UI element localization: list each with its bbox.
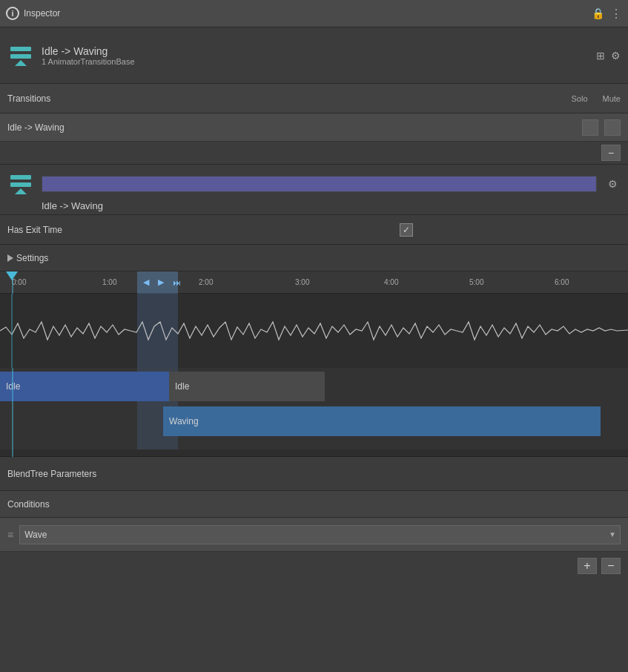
tick-6: 6:00 bbox=[555, 278, 569, 286]
svg-rect-6 bbox=[0, 294, 628, 368]
idle-label-2: Idle bbox=[175, 381, 189, 392]
svg-marker-5 bbox=[15, 188, 27, 194]
middle-progress-container bbox=[42, 176, 597, 192]
svg-marker-2 bbox=[15, 60, 27, 66]
middle-transition-icon bbox=[7, 171, 34, 197]
transition-title: Idle -> Waving bbox=[42, 45, 135, 57]
transition-row-right bbox=[582, 119, 621, 136]
exit-time-row: Has Exit Time ✓ bbox=[0, 215, 628, 245]
solo-header-label: Solo bbox=[572, 94, 588, 103]
mute-header-label: Mute bbox=[603, 94, 621, 103]
header-right: 🔒 ⋮ bbox=[592, 7, 622, 21]
middle-transition-label: Idle -> Waving bbox=[7, 197, 621, 211]
transition-info: Idle -> Waving 1 AnimatorTransitionBase bbox=[42, 45, 135, 66]
exit-time-label: Has Exit Time bbox=[7, 225, 62, 235]
idle-bar-1[interactable]: Idle bbox=[0, 372, 171, 401]
anim-bar-row-1: Idle Idle bbox=[0, 368, 628, 405]
menu-icon[interactable]: ⋮ bbox=[610, 7, 622, 21]
condition-select-wrapper: Wave ▼ bbox=[19, 525, 621, 544]
timeline-ruler: 0:00 1:00 ◀ ▶ ⏭ 2:00 3:00 4:00 5:00 6:00 bbox=[0, 271, 628, 294]
progress-bar bbox=[42, 176, 597, 192]
tick-3: 3:00 bbox=[295, 278, 309, 286]
idle-bar-2[interactable]: Idle bbox=[169, 372, 325, 401]
inspector-title: Inspector bbox=[24, 8, 60, 19]
mute-checkbox[interactable] bbox=[604, 119, 621, 136]
timeline-section: 0:00 1:00 ◀ ▶ ⏭ 2:00 3:00 4:00 5:00 6:00 bbox=[0, 271, 628, 457]
top-section-right: ⊞ ⚙ bbox=[596, 50, 621, 62]
svg-rect-4 bbox=[10, 182, 31, 187]
transition-region-highlight bbox=[137, 271, 178, 294]
svg-rect-1 bbox=[10, 54, 31, 59]
adjust-icon[interactable]: ⊞ bbox=[596, 50, 605, 62]
middle-section: ⚙ Idle -> Waving bbox=[0, 165, 628, 215]
anim-bars-area: Idle Idle Waving bbox=[0, 368, 628, 449]
inspector-header: i Inspector 🔒 ⋮ bbox=[0, 0, 628, 27]
inspector-icon: i bbox=[6, 7, 19, 20]
transition-row-label: Idle -> Waving bbox=[7, 122, 65, 133]
svg-rect-3 bbox=[10, 175, 31, 179]
header-left: i Inspector bbox=[6, 7, 60, 20]
transitions-header-right: Solo Mute bbox=[572, 94, 621, 103]
settings-icon[interactable]: ⚙ bbox=[611, 50, 621, 62]
waveform-svg bbox=[0, 294, 628, 368]
condition-row: ≡ Wave ▼ bbox=[0, 518, 628, 552]
waving-bar[interactable]: Waving bbox=[163, 406, 601, 436]
playhead[interactable] bbox=[6, 271, 18, 280]
add-remove-row: + − bbox=[0, 552, 628, 580]
add-condition-button[interactable]: + bbox=[578, 558, 597, 574]
progress-bar-fill bbox=[42, 177, 596, 191]
top-section: Idle -> Waving 1 AnimatorTransitionBase … bbox=[0, 27, 628, 84]
tick-2: 2:00 bbox=[199, 278, 213, 286]
conditions-section-header: Conditions bbox=[0, 491, 628, 518]
remove-condition-button[interactable]: − bbox=[601, 558, 621, 574]
settings-collapse-icon bbox=[7, 254, 13, 262]
tick-4: 4:00 bbox=[384, 278, 398, 286]
condition-select[interactable]: Wave bbox=[19, 525, 621, 544]
solo-checkbox[interactable] bbox=[582, 119, 598, 136]
svg-rect-0 bbox=[10, 47, 31, 51]
lock-icon[interactable]: 🔒 bbox=[592, 7, 604, 19]
tick-1: 1:00 bbox=[102, 278, 116, 286]
remove-row: − bbox=[0, 142, 628, 165]
playhead-bar-line bbox=[12, 368, 13, 449]
conditions-label: Conditions bbox=[7, 499, 50, 510]
waving-label: Waving bbox=[169, 416, 199, 426]
transitions-label: Transitions bbox=[7, 93, 50, 104]
has-exit-time-checkbox[interactable]: ✓ bbox=[400, 223, 413, 237]
blendtree-label: BlendTree Parameters bbox=[7, 469, 96, 479]
middle-gear-button[interactable]: ⚙ bbox=[604, 176, 621, 192]
remove-transition-button[interactable]: − bbox=[601, 145, 621, 161]
settings-label: Settings bbox=[16, 253, 48, 263]
waveform-area bbox=[0, 294, 628, 368]
transition-arrow-icon bbox=[7, 42, 34, 69]
transitions-section-header: Transitions Solo Mute bbox=[0, 84, 628, 113]
transition-row[interactable]: Idle -> Waving bbox=[0, 113, 628, 142]
top-section-left: Idle -> Waving 1 AnimatorTransitionBase bbox=[7, 42, 135, 69]
settings-row[interactable]: Settings bbox=[0, 245, 628, 271]
transition-subtitle: 1 AnimatorTransitionBase bbox=[42, 57, 135, 66]
condition-drag-handle[interactable]: ≡ bbox=[7, 529, 13, 541]
tick-5: 5:00 bbox=[469, 278, 483, 286]
blendtree-row: BlendTree Parameters bbox=[0, 457, 628, 491]
svg-rect-7 bbox=[137, 294, 178, 368]
